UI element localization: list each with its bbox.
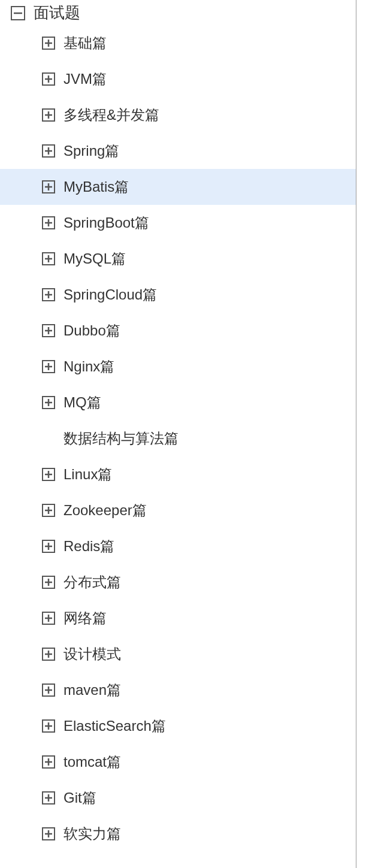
tree-item-label: Zookeeper篇 [63,502,147,519]
tree-item-label: 软实力篇 [63,825,121,843]
tree-item[interactable]: 网络篇 [0,600,356,636]
expand-icon[interactable] [42,360,55,373]
expand-icon[interactable] [42,719,55,733]
tree-item[interactable]: 分布式篇 [0,564,356,600]
expand-icon[interactable] [42,252,55,265]
expand-icon[interactable] [42,755,55,769]
tree-item-label: MQ篇 [63,394,101,412]
tree-item-label: SpringCloud篇 [63,286,157,304]
tree-item[interactable]: Dubbo篇 [0,313,356,349]
tree-item[interactable]: Zookeeper篇 [0,492,356,528]
expand-icon[interactable] [42,72,55,86]
tree-root-node[interactable]: 面试题 [0,1,356,25]
tree-item[interactable]: JVM篇 [0,61,356,97]
tree-item-label: 设计模式 [63,646,121,663]
tree-item-label: Redis篇 [63,538,114,555]
expand-icon[interactable] [42,504,55,517]
tree-item[interactable]: tomcat篇 [0,744,356,780]
expand-icon[interactable] [42,144,55,158]
expand-icon[interactable] [42,324,55,337]
tree-item-label: 分布式篇 [63,574,121,591]
tree-item[interactable]: MQ篇 [0,385,356,421]
tree-item-label: MyBatis篇 [63,179,129,196]
tree-children: 基础篇 JVM篇 多线程&并发篇 Spring篇 MyBatis篇 Spring… [0,25,356,852]
tree-item[interactable]: Linux篇 [0,456,356,492]
expand-icon[interactable] [42,576,55,589]
expand-icon[interactable] [42,216,55,229]
tree-item-label: SpringBoot篇 [63,214,149,232]
expand-icon[interactable] [42,612,55,625]
tree-item[interactable]: 多线程&并发篇 [0,97,356,133]
expand-icon[interactable] [42,827,55,840]
tree-item-label: Spring篇 [63,143,119,160]
tree-item-label: Linux篇 [63,466,112,483]
expand-icon[interactable] [42,288,55,301]
tree-item[interactable]: maven篇 [0,672,356,708]
expand-icon[interactable] [42,540,55,553]
expand-icon[interactable] [42,108,55,122]
tree-item[interactable]: 数据结构与算法篇 [0,421,356,456]
tree-item-label: Nginx篇 [63,358,114,376]
tree-item-label: Dubbo篇 [63,322,120,340]
tree-item[interactable]: 设计模式 [0,636,356,672]
tree-item-label: Git篇 [63,790,96,807]
tree-item[interactable]: ElasticSearch篇 [0,708,356,744]
tree-item-label: MySQL篇 [63,250,126,268]
tree-item[interactable]: MyBatis篇 [0,169,356,205]
expand-icon[interactable] [42,468,55,481]
tree-item-label: 数据结构与算法篇 [63,430,179,447]
tree-item[interactable]: Git篇 [0,780,356,816]
tree-item-label: tomcat篇 [63,754,121,771]
tree-item-label: ElasticSearch篇 [63,718,166,735]
expand-icon[interactable] [42,683,55,697]
expand-icon[interactable] [42,648,55,661]
expand-icon[interactable] [42,396,55,409]
tree-item[interactable]: Spring篇 [0,133,356,169]
tree-item-label: 网络篇 [63,610,107,627]
tree-item-label: maven篇 [63,682,121,699]
tree-item-label: 多线程&并发篇 [63,107,159,124]
tree-item[interactable]: 基础篇 [0,25,356,61]
expand-icon[interactable] [42,791,55,805]
tree-item[interactable]: 软实力篇 [0,816,356,852]
tree-item-label: 基础篇 [63,35,107,52]
tree-item[interactable]: MySQL篇 [0,241,356,277]
expand-icon[interactable] [42,37,55,50]
tree-item[interactable]: Redis篇 [0,528,356,564]
tree-item[interactable]: SpringCloud篇 [0,277,356,313]
expand-icon[interactable] [42,180,55,193]
tree-root-label: 面试题 [34,4,80,22]
tree-panel: 面试题 基础篇 JVM篇 多线程&并发篇 Spring篇 MyBatis篇 Sp… [0,0,356,868]
tree-item-label: JVM篇 [63,71,107,88]
tree-item[interactable]: Nginx篇 [0,349,356,385]
collapse-icon[interactable] [11,6,25,20]
tree-item[interactable]: SpringBoot篇 [0,205,356,241]
